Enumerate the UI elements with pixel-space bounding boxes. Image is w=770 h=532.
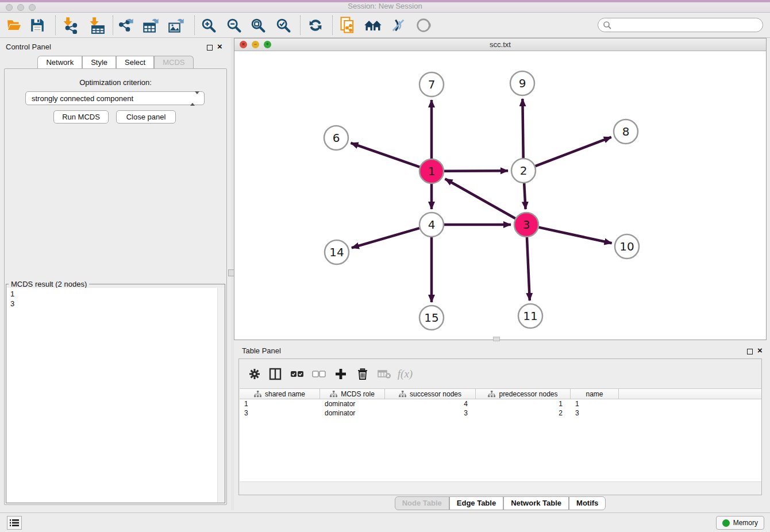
cell-shared-name[interactable]: 1 (240, 399, 320, 408)
save-session-button[interactable] (26, 16, 48, 34)
column-header-shared-name[interactable]: shared name (240, 389, 320, 399)
graph-edge (351, 143, 419, 167)
table-row[interactable]: 3 dominator 3 2 3 (240, 408, 761, 418)
select-all-button[interactable] (288, 366, 306, 382)
search-icon (603, 21, 612, 30)
chevron-up-down-icon (190, 94, 199, 103)
app-titlebar: Session: New Session (0, 0, 770, 13)
zoom-fit-icon (250, 17, 266, 33)
delete-table-icon (378, 369, 391, 379)
table-settings-button[interactable] (246, 366, 263, 382)
graph-node-label: 2 (520, 164, 528, 178)
graphics-details-button[interactable] (387, 16, 409, 34)
export-image-button[interactable] (165, 16, 187, 34)
memory-button[interactable]: Memory (716, 516, 764, 530)
toolbar-separator (300, 16, 301, 35)
cell-mcds-role[interactable]: dominator (320, 399, 385, 408)
cell-successor-nodes[interactable]: 4 (385, 399, 476, 408)
tab-style[interactable]: Style (82, 56, 116, 69)
deselect-all-icon (312, 370, 326, 378)
show-columns-button[interactable] (267, 366, 284, 382)
toolbar-separator (113, 16, 113, 35)
network-window-titlebar[interactable]: × − + scc.txt (234, 38, 766, 51)
column-header-name[interactable]: name (571, 389, 619, 399)
mcds-result-text[interactable]: 13 (7, 288, 217, 502)
graph-node-label: 10 (619, 240, 634, 253)
import-network-icon (61, 17, 78, 34)
zoom-in-button[interactable] (198, 16, 220, 34)
control-panel-title: Control Panel (6, 41, 51, 52)
show-hide-button[interactable] (413, 16, 434, 34)
zoom-selected-button[interactable] (272, 16, 294, 34)
zoom-out-button[interactable] (223, 16, 245, 34)
memory-status-icon (722, 519, 730, 527)
delete-column-button[interactable] (354, 366, 371, 382)
cell-successor-nodes[interactable]: 3 (385, 408, 476, 418)
close-table-panel-icon[interactable]: × (757, 345, 763, 356)
split-columns-icon (269, 368, 282, 380)
network-window-title: scc.txt (234, 40, 766, 49)
cell-name[interactable]: 1 (571, 399, 619, 408)
graph-node-label: 1 (428, 164, 436, 178)
toolbar-separator (194, 16, 195, 35)
column-header-successor-nodes[interactable]: successor nodes (385, 389, 476, 399)
network-graph: 7968124314101511 (234, 51, 766, 340)
export-table-button[interactable] (140, 16, 162, 34)
open-session-button[interactable] (3, 16, 25, 34)
tab-mcds[interactable]: MCDS (154, 56, 193, 69)
cell-predecessor-nodes[interactable]: 1 (476, 399, 571, 408)
export-network-button[interactable] (115, 16, 137, 34)
apply-layout-button[interactable] (305, 16, 326, 34)
tab-network[interactable]: Network (37, 56, 82, 69)
table-row[interactable]: 1 dominator 4 1 1 (240, 399, 761, 408)
column-header-predecessor-nodes[interactable]: predecessor nodes (476, 389, 571, 399)
float-table-panel-icon[interactable] (747, 346, 753, 357)
table-horizontal-scrollbar[interactable] (240, 481, 761, 495)
graph-edge (524, 183, 525, 209)
result-scrollbar[interactable] (217, 288, 224, 502)
tab-edge-table[interactable]: Edge Table (449, 496, 503, 510)
graph-edge (522, 99, 523, 158)
cell-mcds-role[interactable]: dominator (320, 408, 385, 418)
export-image-icon (168, 17, 185, 34)
zoom-fit-button[interactable] (247, 16, 269, 34)
apply-function-button[interactable]: f(x) (396, 366, 414, 382)
tab-node-table[interactable]: Node Table (395, 496, 449, 510)
tab-network-table[interactable]: Network Table (503, 496, 569, 510)
main-toolbar (0, 13, 770, 38)
cell-name[interactable]: 3 (571, 408, 619, 418)
delete-icon (357, 368, 368, 380)
zoom-selected-icon (275, 17, 291, 33)
run-mcds-button[interactable]: Run MCDS (53, 110, 109, 124)
cell-predecessor-nodes[interactable]: 2 (476, 408, 571, 418)
graph-node-label: 6 (333, 131, 340, 145)
search-text-field[interactable] (612, 21, 763, 29)
tab-select[interactable]: Select (116, 56, 154, 69)
import-table-button[interactable] (85, 16, 107, 34)
optimization-criterion-select[interactable]: strongly connected component (25, 91, 205, 105)
task-history-button[interactable] (7, 516, 22, 530)
duplicate-network-button[interactable] (337, 16, 359, 34)
graph-node-label: 8 (622, 125, 630, 138)
column-header-mcds-role[interactable]: MCDS role (320, 389, 385, 399)
table-toolbar: f(x) (239, 359, 761, 388)
float-panel-icon[interactable] (207, 43, 213, 53)
home-button[interactable] (362, 16, 384, 34)
create-column-button[interactable] (332, 366, 349, 382)
memory-label: Memory (733, 519, 758, 527)
network-canvas[interactable]: 7968124314101511 (234, 51, 766, 340)
tab-motifs[interactable]: Motifs (569, 496, 606, 510)
hierarchy-icon (488, 391, 495, 398)
close-panel-icon[interactable]: × (217, 41, 222, 52)
graph-node-label: 14 (329, 245, 344, 259)
node-table-container: f(x) shared name MCDS role successor nod… (238, 358, 762, 495)
hierarchy-icon (330, 391, 337, 398)
graph-node-label: 9 (519, 76, 526, 90)
delete-table-button[interactable] (376, 366, 393, 382)
cell-shared-name[interactable]: 3 (240, 408, 320, 418)
horizontal-divider-grip[interactable] (493, 337, 500, 341)
deselect-all-button[interactable] (310, 366, 328, 382)
search-input[interactable] (598, 18, 763, 32)
import-network-button[interactable] (59, 16, 80, 34)
close-panel-button[interactable]: Close panel (116, 110, 176, 124)
